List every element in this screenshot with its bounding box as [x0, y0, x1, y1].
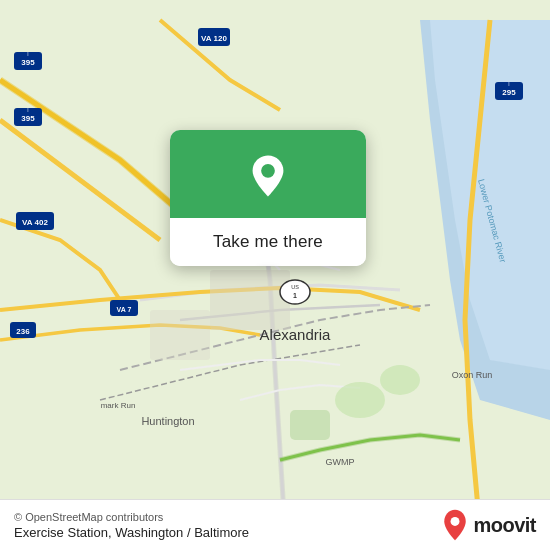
svg-text:VA 120: VA 120 [201, 34, 227, 43]
svg-text:Alexandria: Alexandria [260, 326, 332, 343]
bottom-bar: © OpenStreetMap contributors Exercise St… [0, 499, 550, 550]
svg-text:395: 395 [21, 114, 35, 123]
take-me-there-button[interactable]: Take me there [170, 218, 366, 266]
svg-text:Oxon Run: Oxon Run [452, 370, 493, 380]
map-container: Lower Potomac River [0, 0, 550, 550]
popup-card: Take me there [170, 130, 366, 266]
svg-rect-7 [210, 270, 290, 330]
svg-text:Huntington: Huntington [141, 415, 194, 427]
map-svg: Lower Potomac River [0, 0, 550, 550]
svg-text:mark Run: mark Run [101, 401, 136, 410]
svg-rect-6 [290, 410, 330, 440]
svg-text:395: 395 [21, 58, 35, 67]
svg-point-5 [380, 365, 420, 395]
svg-text:I: I [27, 51, 28, 57]
svg-text:236: 236 [16, 327, 30, 336]
location-pin-icon [244, 152, 292, 200]
svg-text:US: US [291, 284, 299, 290]
moovit-logo: moovit [441, 508, 536, 542]
svg-point-35 [451, 517, 460, 526]
svg-text:GWMP: GWMP [326, 457, 355, 467]
svg-text:VA 7: VA 7 [117, 306, 132, 313]
osm-credit: © OpenStreetMap contributors [14, 511, 249, 523]
svg-text:VA 402: VA 402 [22, 218, 48, 227]
popup-green-area [170, 130, 366, 218]
svg-text:I: I [508, 81, 509, 87]
svg-rect-8 [150, 310, 210, 360]
svg-point-4 [335, 382, 385, 418]
location-text: Exercise Station, Washington / Baltimore [14, 525, 249, 540]
moovit-pin-icon [441, 508, 469, 542]
svg-point-34 [261, 164, 275, 178]
svg-text:1: 1 [293, 292, 297, 299]
svg-text:I: I [27, 107, 28, 113]
moovit-wordmark: moovit [473, 514, 536, 537]
svg-text:295: 295 [502, 88, 516, 97]
